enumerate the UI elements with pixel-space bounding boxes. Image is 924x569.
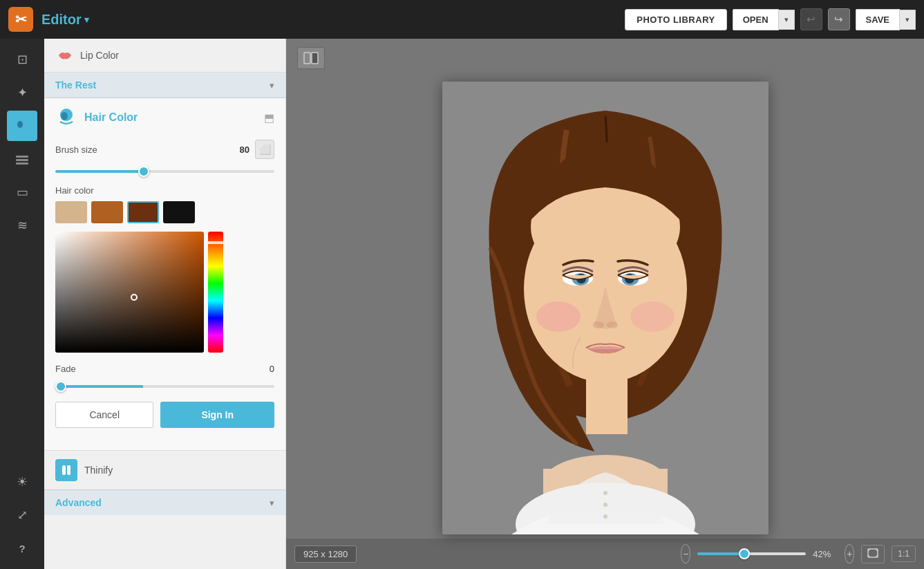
undo-button[interactable]: ↩ [800,8,822,30]
svg-point-18 [536,301,581,332]
hair-color-title-row: Hair Color ⬒ [55,106,274,129]
the-rest-section-header[interactable]: The Rest ▾ [44,73,285,98]
color-picker-dot[interactable] [131,294,138,301]
hair-color-label-row: Hair color [55,185,274,196]
zoom-11-button[interactable]: 1:1 [892,545,916,562]
advanced-arrow-icon: ▾ [270,498,274,508]
editor-title-button[interactable]: Editor ▾ [41,12,89,28]
svg-point-19 [630,301,675,332]
photo-library-button[interactable]: PHOTO LIBRARY [625,9,726,30]
swatch-dark-brown[interactable] [127,201,159,223]
color-picker-container [55,232,274,353]
swatch-blonde[interactable] [55,201,87,223]
zoom-controls: − 42% + 1:1 [681,544,916,563]
svg-rect-3 [16,159,28,161]
svg-rect-9 [304,53,310,64]
svg-rect-2 [16,156,28,158]
swatch-black[interactable] [163,201,195,223]
image-dimensions: 925 x 1280 [294,545,357,563]
cancel-button[interactable]: Cancel [55,402,153,428]
hair-color-title-left: Hair Color [55,106,138,129]
open-caret-button[interactable]: ▾ [779,10,795,30]
resize-tool[interactable]: ⤢ [7,500,37,530]
save-main-button[interactable]: SAVE [856,9,900,30]
export-icon[interactable]: ⬒ [264,111,274,124]
color-hue-strip[interactable] [208,232,223,353]
sign-in-button[interactable]: Sign In [160,402,274,428]
photo-container [442,82,769,534]
fade-value: 0 [270,364,274,374]
zoom-slider[interactable] [697,552,806,555]
hair-color-icon [55,106,77,129]
svg-rect-30 [586,379,628,434]
color-gradient-black [55,232,204,353]
save-caret-button[interactable]: ▾ [900,10,916,30]
canvas-content[interactable] [286,77,924,539]
svg-rect-10 [312,53,318,64]
top-bar: ✂ Editor ▾ PHOTO LIBRARY OPEN ▾ ↩ ↪ SAVE… [0,0,924,39]
editor-label: Editor [41,12,82,28]
portrait-svg [442,82,769,534]
crop-tool[interactable]: ⊡ [7,44,37,75]
main-area: ⊡ ✦ ▭ ≋ ☀ ⤢ ? [0,39,924,569]
zoom-in-button[interactable]: + [845,544,854,563]
bottom-bar: 925 x 1280 − 42% + 1:1 [286,539,924,569]
the-rest-arrow-icon: ▾ [270,80,274,91]
icon-toolbar: ⊡ ✦ ▭ ≋ ☀ ⤢ ? [0,39,44,569]
svg-point-29 [607,321,618,328]
thinify-label: Thinify [84,465,113,476]
eraser-icon[interactable]: ⬜ [255,140,274,159]
brush-size-right: 80 ⬜ [240,140,274,159]
svg-rect-4 [16,162,28,165]
fade-slider[interactable] [55,385,274,388]
advanced-label: Advanced [55,497,102,508]
top-bar-right: PHOTO LIBRARY OPEN ▾ ↩ ↪ SAVE ▾ [625,8,916,30]
thinify-row[interactable]: Thinify [44,450,285,489]
advanced-section-header[interactable]: Advanced ▾ [44,489,285,515]
view-toggle-button[interactable] [297,47,325,69]
svg-point-6 [61,112,68,120]
swatch-medium-brown[interactable] [91,201,123,223]
lip-color-row[interactable]: Lip Color [44,39,285,73]
hair-color-section: Hair Color ⬒ Brush size 80 ⬜ Hair color [44,98,285,450]
svg-point-31 [603,491,607,495]
action-buttons: Cancel Sign In [55,402,274,428]
frame-tool[interactable]: ▭ [7,177,37,207]
color-gradient-picker[interactable] [55,232,204,353]
wand-tool[interactable]: ✦ [7,77,37,108]
save-button-group: SAVE ▾ [856,9,916,30]
color-swatches [55,201,274,223]
app-logo: ✂ [8,7,33,32]
hue-indicator [208,241,223,244]
hair-color-title: Hair Color [84,111,138,124]
brush-size-slider[interactable] [55,170,274,173]
svg-point-1 [17,121,23,128]
open-main-button[interactable]: OPEN [733,9,779,30]
zoom-out-button[interactable]: − [681,544,690,563]
zoom-fit-button[interactable] [861,545,885,563]
lip-color-label: Lip Color [80,50,119,61]
fade-label: Fade [55,364,76,374]
brush-size-value: 80 [240,144,249,155]
canvas-area: 925 x 1280 − 42% + 1:1 [286,39,924,569]
redo-button[interactable]: ↪ [828,8,850,30]
lip-color-icon [55,46,75,65]
brush-size-row: Brush size 80 ⬜ [55,140,274,159]
zoom-percent: 42% [813,549,838,559]
svg-point-33 [603,514,607,519]
texture-tool[interactable]: ≋ [7,210,37,241]
svg-point-28 [593,321,604,328]
hair-tool[interactable] [7,111,37,141]
hair-color-swatches-label: Hair color [55,185,94,196]
open-button-group: OPEN ▾ [733,9,795,30]
svg-rect-7 [62,465,66,475]
help-tool[interactable]: ? [7,533,37,563]
canvas-toolbar [286,39,924,77]
brush-size-label: Brush size [55,144,97,155]
svg-rect-34 [868,549,878,557]
layers-tool[interactable] [7,144,37,174]
the-rest-label: The Rest [55,80,96,91]
light-tool[interactable]: ☀ [7,467,37,497]
side-panel: Lip Color The Rest ▾ Hair Col [44,39,286,569]
fade-row: Fade 0 [55,364,274,374]
